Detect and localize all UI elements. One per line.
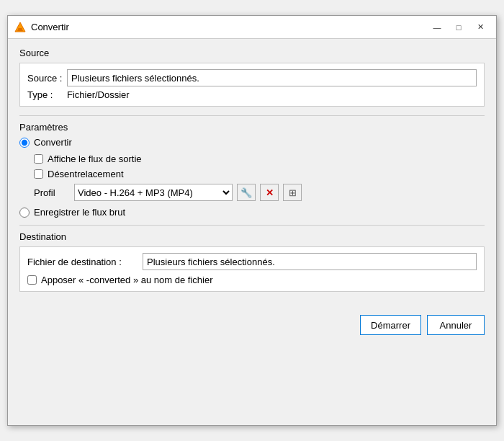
cancel-button[interactable]: Annuler — [427, 315, 485, 335]
divider-2 — [19, 225, 485, 226]
title-bar-left: Convertir — [14, 21, 427, 34]
vlc-icon — [14, 21, 27, 34]
convert-radio-label: Convertir — [34, 137, 72, 148]
record-radio-row: Enregistrer le flux brut — [19, 207, 485, 218]
content-area: Source Source : Type : Fichier/Dossier P… — [8, 39, 496, 309]
destination-section-label: Destination — [19, 231, 485, 242]
deinterlace-checkbox[interactable] — [34, 169, 43, 179]
type-row: Type : Fichier/Dossier — [27, 89, 477, 100]
deinterlace-row: Désentrelacement — [34, 169, 485, 179]
maximize-button[interactable]: □ — [449, 20, 469, 35]
record-radio-label: Enregistrer le flux brut — [34, 207, 125, 218]
params-section-label: Paramètres — [19, 122, 485, 133]
delete-profile-button[interactable]: ✕ — [260, 184, 279, 201]
dest-file-input[interactable] — [143, 253, 477, 270]
svg-rect-2 — [17, 30, 23, 31]
wrench-button[interactable]: 🔧 — [237, 184, 256, 201]
source-value-input[interactable] — [67, 69, 477, 86]
main-window: Convertir — □ ✕ Source Source : Type : F… — [7, 15, 497, 426]
title-bar: Convertir — □ ✕ — [8, 16, 496, 39]
deinterlace-label: Désentrelacement — [48, 169, 124, 179]
source-row: Source : — [27, 69, 477, 86]
append-row: Apposer « -converted » au nom de fichier — [27, 275, 477, 285]
convert-radio-row: Convertir — [19, 137, 485, 148]
append-checkbox[interactable] — [27, 275, 37, 285]
profil-row: Profil Video - H.264 + MP3 (MP4) 🔧 ✕ ⊞ — [34, 184, 485, 201]
dest-file-key: Fichier de destination : — [27, 257, 143, 267]
wrench-icon: 🔧 — [240, 187, 252, 198]
params-section: Paramètres Convertir Affiche le flux de … — [19, 122, 485, 218]
show-output-checkbox[interactable] — [34, 154, 43, 164]
close-button[interactable]: ✕ — [470, 20, 490, 35]
profil-select[interactable]: Video - H.264 + MP3 (MP4) — [74, 184, 233, 201]
type-key-label: Type : — [27, 89, 67, 100]
minimize-button[interactable]: — — [427, 20, 447, 35]
window-controls: — □ ✕ — [427, 20, 490, 35]
type-value: Fichier/Dossier — [67, 89, 130, 100]
source-box: Source : Type : Fichier/Dossier — [19, 63, 485, 107]
grid-icon: ⊞ — [289, 187, 297, 198]
svg-rect-1 — [18, 28, 22, 30]
start-button[interactable]: Démarrer — [360, 315, 421, 335]
dest-file-row: Fichier de destination : — [27, 253, 477, 270]
bottom-buttons: Démarrer Annuler — [8, 309, 496, 345]
show-output-row: Affiche le flux de sortie — [34, 153, 485, 164]
convert-radio[interactable] — [19, 138, 30, 148]
red-x-icon: ✕ — [266, 187, 274, 198]
divider-1 — [19, 115, 485, 116]
record-radio[interactable] — [19, 208, 30, 218]
source-section-label: Source — [19, 48, 485, 58]
window-title: Convertir — [31, 22, 69, 32]
show-output-label: Affiche le flux de sortie — [48, 153, 142, 164]
append-label: Apposer « -converted » au nom de fichier — [41, 275, 212, 285]
destination-box: Fichier de destination : Apposer « -conv… — [19, 246, 485, 292]
new-profile-button[interactable]: ⊞ — [283, 184, 302, 201]
source-key-label: Source : — [27, 73, 67, 84]
profil-label: Profil — [34, 187, 70, 198]
